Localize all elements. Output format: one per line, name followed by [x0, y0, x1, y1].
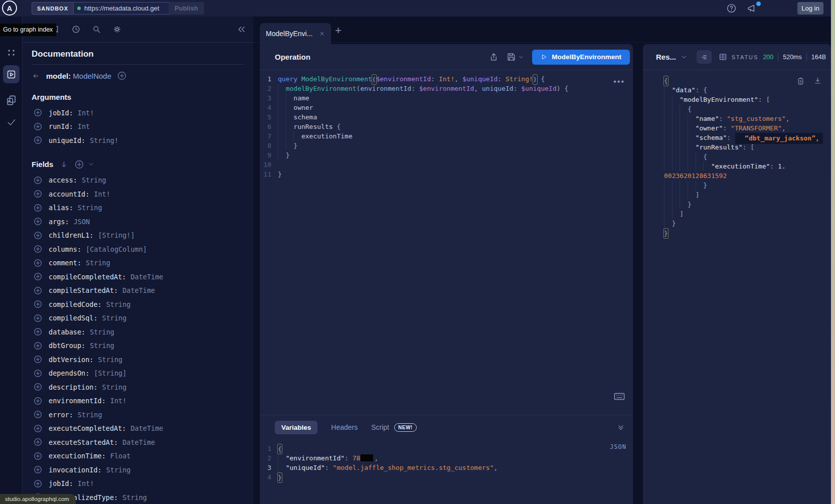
- argument-row[interactable]: runId:Int: [32, 120, 244, 134]
- back-arrow-icon[interactable]: [32, 72, 40, 80]
- copy-response-icon[interactable]: [796, 76, 805, 86]
- field-row[interactable]: compiledCode:String: [32, 297, 244, 311]
- add-field-icon[interactable]: [34, 122, 42, 131]
- add-field-icon[interactable]: [34, 286, 42, 295]
- field-row[interactable]: description:String: [32, 380, 244, 394]
- response-body[interactable]: { "data": { "modelByEnvironment": [ { "n…: [643, 70, 831, 238]
- field-row[interactable]: database:String: [32, 325, 244, 339]
- add-field-icon[interactable]: [34, 136, 42, 144]
- endpoint-url[interactable]: https://metadata.cloud.get: [84, 5, 164, 12]
- response-dropdown-chevron-icon[interactable]: [681, 54, 688, 61]
- add-field-icon[interactable]: [34, 355, 42, 364]
- add-field-icon[interactable]: [34, 452, 42, 460]
- tab-variables[interactable]: Variables: [275, 421, 317, 434]
- field-row[interactable]: compileCompletedAt:DateTime: [32, 270, 244, 284]
- schema-docs-nav-icon[interactable]: [6, 94, 17, 106]
- field-row[interactable]: jobId:Int!: [32, 477, 244, 491]
- checks-nav-icon[interactable]: [6, 117, 17, 127]
- announcements-icon[interactable]: [746, 3, 757, 14]
- run-operation-button[interactable]: ModelByEnvironment: [532, 50, 630, 65]
- add-field-icon[interactable]: [34, 369, 42, 378]
- add-field-icon[interactable]: [34, 327, 42, 336]
- variables-editor[interactable]: JSON 1{2 "environmentId": 78,3 "uniqueId…: [260, 439, 633, 482]
- argument-row[interactable]: jobId:Int!: [32, 106, 244, 120]
- sandbox-badge: SANDBOX: [32, 2, 73, 15]
- add-field-icon[interactable]: [34, 300, 42, 308]
- tab-script[interactable]: Script: [371, 423, 389, 431]
- editor-more-options-icon[interactable]: •••: [613, 77, 625, 86]
- endpoint-url-input[interactable]: https://metadata.cloud.get: [73, 2, 180, 15]
- field-row[interactable]: args:JSON: [32, 215, 244, 229]
- operation-editor[interactable]: 1query ModelByEnvironment($environmentId…: [260, 70, 633, 414]
- field-type: Int: [78, 122, 90, 130]
- field-row[interactable]: columns:[CatalogColumn]: [32, 242, 244, 256]
- field-row[interactable]: dbtGroup:String: [32, 339, 244, 353]
- field-row[interactable]: dbtVersion:String: [32, 353, 244, 367]
- add-field-icon[interactable]: [34, 108, 42, 117]
- field-row[interactable]: invocationId:String: [32, 463, 244, 477]
- settings-gear-icon[interactable]: [112, 25, 122, 34]
- apollo-logo[interactable]: A: [2, 1, 17, 16]
- add-field-icon[interactable]: [34, 217, 42, 226]
- operation-tab[interactable]: ModelByEnvi...: [260, 23, 331, 44]
- field-row[interactable]: compileStartedAt:DateTime: [32, 284, 244, 298]
- sort-fields-icon[interactable]: [60, 160, 68, 169]
- add-field-icon[interactable]: [34, 410, 42, 419]
- tab-headers[interactable]: Headers: [331, 423, 358, 431]
- explorer-nav-icon[interactable]: [3, 65, 20, 83]
- help-icon[interactable]: [726, 3, 737, 14]
- breadcrumb-type-link[interactable]: ModelNode: [73, 72, 111, 80]
- add-field-icon[interactable]: [34, 176, 42, 185]
- save-operation-group[interactable]: [507, 52, 524, 62]
- add-field-icon[interactable]: [34, 190, 42, 198]
- response-table-view-icon[interactable]: [718, 53, 728, 61]
- field-row[interactable]: executeCompletedAt:DateTime: [32, 422, 244, 436]
- history-icon[interactable]: [71, 25, 81, 34]
- field-row[interactable]: executionTime:Float: [32, 449, 244, 463]
- response-tree-view-icon[interactable]: [697, 50, 712, 64]
- field-row[interactable]: alias:String: [32, 201, 244, 215]
- add-field-icon[interactable]: [34, 465, 42, 474]
- add-field-icon[interactable]: [34, 342, 42, 350]
- add-all-fields-icon[interactable]: [75, 160, 84, 169]
- add-field-icon[interactable]: [34, 259, 42, 267]
- add-field-icon[interactable]: [34, 383, 42, 391]
- new-tab-button[interactable]: +: [335, 25, 342, 36]
- field-row[interactable]: executeStartedAt:DateTime: [32, 435, 244, 449]
- field-row[interactable]: accountId:Int!: [32, 187, 244, 201]
- close-tab-icon[interactable]: [319, 31, 325, 37]
- share-operation-icon[interactable]: [489, 52, 498, 62]
- argument-row[interactable]: uniqueId:String!: [32, 133, 244, 147]
- field-row[interactable]: comment:String: [32, 256, 244, 270]
- add-field-icon[interactable]: [34, 397, 42, 405]
- collapse-panel-icon[interactable]: [237, 25, 246, 34]
- field-row[interactable]: environmentId:Int!: [32, 394, 244, 408]
- field-row[interactable]: compiledSql:String: [32, 311, 244, 325]
- response-title: Res...: [656, 53, 676, 61]
- add-field-icon[interactable]: [34, 231, 42, 240]
- add-field-icon[interactable]: [34, 479, 42, 488]
- graph-index-icon[interactable]: [7, 49, 16, 57]
- field-row[interactable]: childrenL1:[String!]: [32, 229, 244, 243]
- add-field-icon[interactable]: [34, 245, 42, 253]
- download-response-icon[interactable]: [813, 76, 822, 86]
- collapse-variables-icon[interactable]: [617, 423, 625, 431]
- keyboard-shortcuts-icon[interactable]: [614, 393, 625, 400]
- fields-options-chevron-icon[interactable]: [88, 161, 94, 167]
- field-type: [String!]: [98, 231, 134, 239]
- add-field-icon[interactable]: [34, 314, 42, 322]
- add-field-icon[interactable]: [34, 272, 42, 281]
- field-row[interactable]: error:String: [32, 408, 244, 422]
- search-icon[interactable]: [92, 25, 101, 34]
- login-button[interactable]: Log in: [797, 2, 823, 15]
- field-row[interactable]: dependsOn:[String]: [32, 367, 244, 381]
- breadcrumb-field: model:: [46, 72, 71, 80]
- field-row[interactable]: access:String: [32, 174, 244, 188]
- add-type-icon[interactable]: [117, 71, 126, 80]
- add-field-icon[interactable]: [34, 424, 42, 433]
- add-field-icon[interactable]: [34, 438, 42, 446]
- publish-button[interactable]: Publish: [169, 2, 204, 15]
- field-name: accountId:: [49, 190, 89, 198]
- notification-dot: [756, 2, 761, 6]
- add-field-icon[interactable]: [34, 204, 42, 212]
